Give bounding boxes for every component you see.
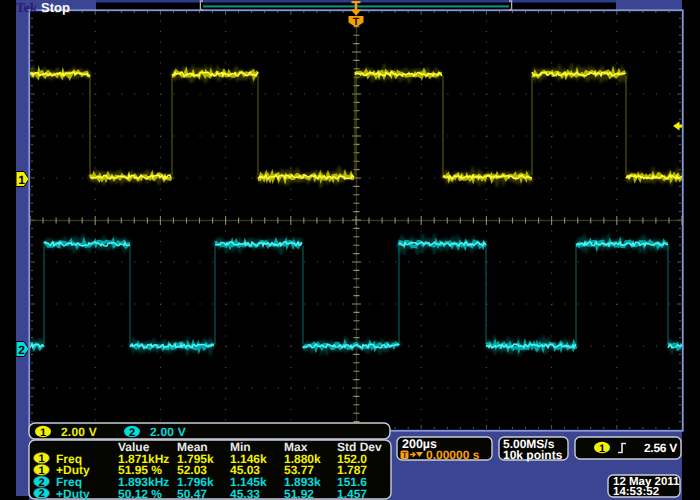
svg-text:10k points: 10k points <box>503 448 563 462</box>
svg-text:Tek: Tek <box>16 0 38 15</box>
svg-text:T: T <box>353 16 360 28</box>
svg-text:14:53:52: 14:53:52 <box>613 486 659 498</box>
svg-text:T: T <box>402 450 408 460</box>
svg-text:1: 1 <box>18 173 25 187</box>
svg-text:0.00000 s: 0.00000 s <box>426 448 480 462</box>
svg-text:1: 1 <box>38 453 44 465</box>
svg-text:2.00 V: 2.00 V <box>150 425 186 439</box>
svg-text:1: 1 <box>40 427 46 439</box>
svg-text:1: 1 <box>38 465 44 477</box>
svg-text:2: 2 <box>38 477 44 489</box>
svg-text:+Duty: +Duty <box>56 487 90 500</box>
svg-text:2: 2 <box>38 488 44 500</box>
svg-text:Stop: Stop <box>41 0 70 15</box>
svg-text:2.56 V: 2.56 V <box>644 441 677 455</box>
svg-text:1: 1 <box>599 443 605 455</box>
svg-text:2.00 V: 2.00 V <box>61 425 97 439</box>
svg-text:2: 2 <box>18 343 25 357</box>
svg-text:2: 2 <box>129 427 135 439</box>
